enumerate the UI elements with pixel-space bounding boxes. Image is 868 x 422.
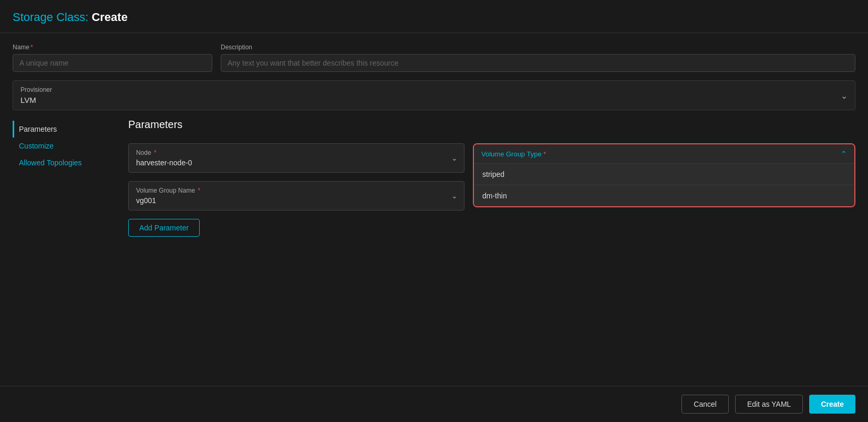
add-parameter-button[interactable]: Add Parameter: [128, 219, 200, 237]
sidebar-item-parameters-label: Parameters: [19, 125, 57, 133]
sidebar-item-allowed-topologies[interactable]: Allowed Topologies: [13, 154, 128, 171]
volume-group-type-header[interactable]: Volume Group Type * ⌃: [474, 144, 854, 164]
top-fields: Name* Description: [13, 44, 855, 72]
params-title: Parameters: [128, 119, 855, 131]
description-field-group: Description: [221, 44, 855, 72]
params-fields: Node * harvester-node-0 ⌄ Volume Group N…: [128, 143, 855, 237]
main-content: Name* Description Provisioner LVM ⌄ Para…: [0, 33, 868, 386]
footer: Cancel Edit as YAML Create: [0, 386, 868, 422]
volume-group-type-options: striped dm-thin: [474, 164, 854, 206]
provisioner-dropdown[interactable]: Provisioner LVM ⌄: [13, 80, 855, 110]
params-content: Parameters Node * harvester-node-0 ⌄: [128, 119, 855, 375]
description-input[interactable]: [221, 54, 855, 72]
node-chevron-icon: ⌄: [451, 154, 458, 162]
volume-group-name-label: Volume Group Name *: [136, 187, 457, 194]
volume-group-name-dropdown[interactable]: Volume Group Name * vg001 ⌄: [128, 181, 464, 210]
volume-group-type-option-dm-thin[interactable]: dm-thin: [474, 185, 854, 206]
provisioner-value: LVM: [20, 96, 848, 104]
name-input[interactable]: [13, 54, 212, 72]
volume-group-type-section: Volume Group Type * ⌃ striped dm-thin: [473, 143, 855, 207]
sidebar-item-customize-label: Customize: [19, 142, 54, 150]
edit-as-yaml-button[interactable]: Edit as YAML: [735, 395, 803, 414]
description-label: Description: [221, 44, 855, 51]
sidebar-item-customize[interactable]: Customize: [13, 138, 128, 154]
page-header: Storage Class: Create: [0, 0, 868, 33]
provisioner-chevron-icon: ⌄: [841, 90, 848, 100]
volume-group-name-value: vg001: [136, 196, 457, 205]
create-button[interactable]: Create: [809, 395, 855, 414]
node-value: harvester-node-0: [136, 159, 457, 167]
page-title: Storage Class: Create: [13, 10, 855, 24]
param-field-wrap: Node * harvester-node-0 ⌄ Volume Group N…: [128, 143, 464, 237]
provisioner-label: Provisioner: [20, 86, 848, 93]
volume-group-type-option-striped[interactable]: striped: [474, 164, 854, 185]
node-dropdown[interactable]: Node * harvester-node-0 ⌄: [128, 143, 464, 173]
sidebar-item-allowed-topologies-label: Allowed Topologies: [19, 159, 82, 167]
sidebar: Parameters Customize Allowed Topologies: [13, 119, 128, 375]
name-field-group: Name*: [13, 44, 212, 72]
volume-group-name-chevron-icon: ⌄: [451, 192, 458, 200]
node-label: Node *: [136, 149, 457, 156]
cancel-button[interactable]: Cancel: [681, 395, 729, 414]
name-label: Name*: [13, 44, 212, 51]
volume-group-type-chevron-up-icon: ⌃: [841, 150, 847, 158]
sidebar-item-parameters[interactable]: Parameters: [13, 121, 128, 138]
body-layout: Parameters Customize Allowed Topologies …: [13, 119, 855, 375]
volume-group-type-label: Volume Group Type *: [481, 150, 546, 158]
